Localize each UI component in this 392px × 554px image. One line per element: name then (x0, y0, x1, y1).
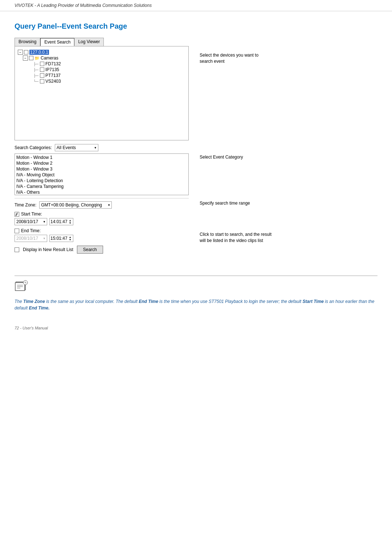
event-item-2[interactable]: Motion - Window 2 (16, 160, 188, 166)
start-time-spinner[interactable]: 14:01:47 ▲ ▼ (49, 218, 73, 225)
start-date-arrow-icon: ▼ (43, 220, 46, 223)
event-item-5[interactable]: IVA - Loitering Detection (16, 178, 188, 184)
event-item-3[interactable]: Motion - Window 3 (16, 166, 188, 172)
bottom-row: Display in New Result List Search (15, 246, 189, 254)
left-panel: Browsing Event Search Log Viewer − 127.0… (15, 38, 189, 254)
end-time-up-arrow[interactable]: ▲ (68, 236, 72, 238)
time-zone-dropdown[interactable]: GMT+08:00 Beijing, Chongqing ▼ (39, 201, 112, 209)
event-item-6[interactable]: IVA - Camera Tampering (16, 184, 188, 189)
tab-browsing[interactable]: Browsing (15, 38, 40, 46)
end-date-dropdown[interactable]: 2008/10/17 ▼ (15, 235, 47, 242)
start-time-up-arrow[interactable]: ▲ (68, 219, 72, 222)
search-categories-dropdown[interactable]: All Events ▼ (55, 144, 98, 151)
tree-expand-cameras[interactable]: − (23, 56, 28, 61)
display-new-result-checkbox[interactable] (15, 247, 19, 252)
dropdown-arrow-icon: ▼ (94, 146, 97, 149)
tree-checkbox-root[interactable] (24, 50, 28, 54)
bottom-note-area: ✎ The Time Zone is the same as your loca… (15, 275, 377, 311)
start-time-down-arrow[interactable]: ▼ (68, 222, 72, 224)
tree-cameras[interactable]: − 📁 Cameras (23, 55, 185, 61)
tree-label-vs2403: VS2403 (45, 79, 61, 84)
events-listbox[interactable]: Motion - Window 1 Motion - Window 2 Moti… (15, 153, 189, 195)
tree-line-icon-4: └─ (33, 79, 39, 83)
annotation-device-select: Select the devices you want to search ev… (200, 52, 377, 65)
folder-icon: 📁 (34, 56, 40, 61)
tree-checkbox-cameras[interactable] (29, 56, 33, 60)
event-item-4[interactable]: IVA - Moving Object (16, 172, 188, 178)
tree-line-icon-2: ├─ (33, 68, 39, 72)
device-tree-panel: − 127.0.0.1 − 📁 Cameras ├─ FD7132 (15, 46, 189, 140)
svg-text:✎: ✎ (24, 281, 27, 284)
tree-label-pt7137: PT7137 (45, 73, 61, 78)
note-svg-icon: ✎ (15, 280, 29, 293)
time-zone-row: Time Zone: GMT+08:00 Beijing, Chongqing … (15, 201, 189, 209)
annotation-event-category: Select Event Category (200, 155, 377, 160)
note-icon-row: ✎ (15, 280, 377, 295)
end-time-date-row: 2008/10/17 ▼ 15:01:47 ▲ ▼ (15, 235, 189, 242)
start-time-checkbox-row: ✓ Start Time: (15, 212, 189, 217)
tree-root[interactable]: − 127.0.0.1 (18, 49, 185, 55)
event-item-1[interactable]: Motion - Window 1 (16, 155, 188, 160)
start-time-date-row: 2008/10/17 ▼ 14:01:47 ▲ ▼ (15, 218, 189, 225)
tree-root-label: 127.0.0.1 (29, 50, 49, 55)
tree-cameras-label: Cameras (41, 56, 58, 61)
start-time-checkbox[interactable]: ✓ (15, 212, 19, 217)
end-time-checkbox-row: End Time: (15, 228, 189, 233)
end-time-down-arrow[interactable]: ▼ (68, 238, 72, 241)
time-zone-arrow-icon: ▼ (107, 204, 110, 207)
tree-item-vs2403[interactable]: └─ VS2403 (33, 78, 185, 84)
right-annotations: Select the devices you want to search ev… (200, 38, 377, 244)
start-date-dropdown[interactable]: 2008/10/17 ▼ (15, 218, 47, 225)
end-time-spinner[interactable]: 15:01:47 ▲ ▼ (49, 235, 73, 242)
tree-expand-root[interactable]: − (18, 50, 23, 55)
search-categories-row: Search Categories: All Events ▼ (15, 144, 189, 151)
tab-log-viewer[interactable]: Log Viewer (74, 38, 103, 46)
end-date-arrow-icon: ▼ (43, 237, 46, 240)
tree-checkbox-vs2403[interactable] (40, 79, 44, 83)
search-categories-label: Search Categories: (15, 145, 52, 150)
tree-label-fd7132: FD7132 (45, 61, 61, 66)
tree-item-ip7135[interactable]: ├─ IP7135 (33, 67, 185, 73)
start-time-label: Start Time: (21, 212, 42, 217)
tree-checkbox-fd7132[interactable] (40, 62, 44, 66)
tree-item-fd7132[interactable]: ├─ FD7132 (33, 61, 185, 67)
tab-bar: Browsing Event Search Log Viewer (15, 38, 104, 46)
tree-checkbox-pt7137[interactable] (40, 73, 44, 78)
start-time-spinner-arrows: ▲ ▼ (68, 219, 72, 224)
tree-item-pt7137[interactable]: ├─ PT7137 (33, 73, 185, 78)
end-time-label: End Time: (21, 228, 41, 233)
end-time-checkbox[interactable] (15, 229, 19, 233)
annotation-time-range: Specify search time range (200, 200, 377, 206)
tree-line-icon-3: ├─ (33, 74, 39, 78)
time-zone-label: Time Zone: (15, 202, 36, 208)
header-tagline: VIVOTEK - A Leading Provider of Multimed… (0, 0, 392, 11)
event-item-7[interactable]: IVA - Others (16, 189, 188, 195)
note-icon: ✎ (15, 280, 29, 295)
tree-checkbox-ip7135[interactable] (40, 67, 44, 72)
end-time-spinner-arrows: ▲ ▼ (68, 236, 72, 241)
search-button[interactable]: Search (77, 246, 103, 254)
tree-label-ip7135: IP7135 (45, 67, 59, 72)
page-footer: 72 - User's Manual (15, 326, 377, 330)
tree-line-icon: ├─ (33, 62, 39, 66)
tab-event-search[interactable]: Event Search (40, 38, 74, 46)
note-text: The Time Zone is the same as your local … (15, 298, 377, 311)
page-title: Query Panel--Event Search Page (15, 22, 377, 30)
display-new-result-label: Display in New Result List (23, 247, 73, 252)
annotation-search-info: Click to start to search, and the result… (200, 231, 377, 244)
